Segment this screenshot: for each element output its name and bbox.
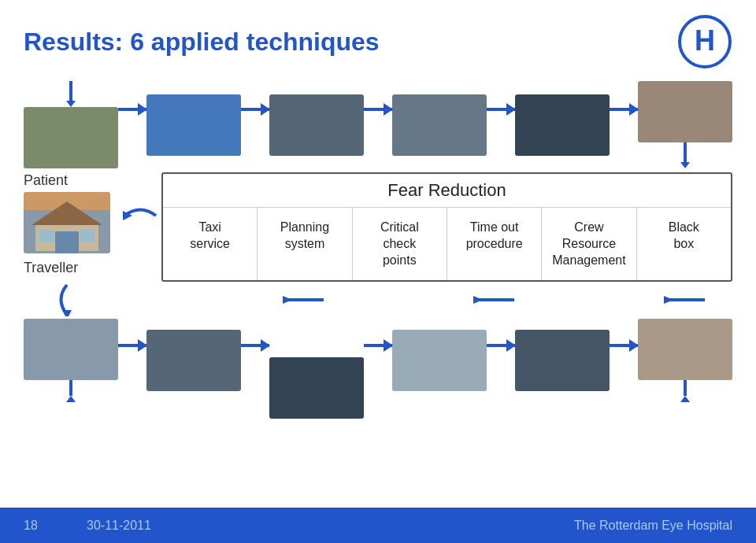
footer-organization: The Rotterdam Eye Hospital (574, 519, 732, 533)
back-arrow (120, 200, 160, 231)
arrow-left-1 (280, 292, 328, 308)
patient-label: Patient (24, 172, 68, 189)
technique-critical: Critical check points (353, 208, 447, 280)
svg-marker-3 (32, 201, 102, 225)
techniques-row: Taxi service Planning system Critical ch… (163, 208, 731, 280)
bottom-image-interior (146, 330, 241, 391)
footer-date: 30-11-2011 (87, 519, 151, 533)
hospital-logo: H (677, 14, 732, 69)
page-title: Results: 6 applied techniques (24, 28, 380, 57)
patient-house (24, 192, 110, 253)
svg-marker-8 (62, 310, 72, 316)
technique-crew: Crew Resource Management (542, 208, 636, 280)
arrow-left-3 (662, 292, 709, 308)
top-image-strip (0, 81, 756, 168)
technique-timeout: Time out procedure (447, 208, 542, 280)
svg-rect-4 (55, 231, 79, 253)
svg-marker-10 (283, 296, 292, 304)
bottom-image-engine (515, 330, 610, 391)
top-image-family (638, 81, 732, 142)
bottom-image-cockpit (269, 357, 364, 419)
arrow-left-2 (471, 292, 518, 308)
bottom-image-airport (24, 319, 118, 380)
bottom-image-strip (0, 319, 756, 402)
header: Results: 6 applied techniques H (0, 0, 756, 77)
top-image-lab (269, 94, 364, 156)
technique-taxi: Taxi service (163, 208, 258, 280)
footer: 18 30-11-2011 The Rotterdam Eye Hospital (0, 508, 756, 543)
traveller-down-arrow (51, 283, 91, 316)
svg-marker-14 (664, 296, 673, 304)
technique-blackbox: Black box (637, 208, 731, 280)
traveller-label: Traveller (24, 260, 78, 276)
top-image-building (24, 107, 118, 168)
footer-page-number: 18 (24, 519, 87, 533)
fear-reduction-title: Fear Reduction (163, 174, 731, 208)
svg-rect-5 (39, 230, 54, 242)
bottom-image-people (638, 319, 732, 380)
bottom-image-aircraft (392, 330, 487, 391)
top-image-screen (515, 94, 610, 156)
top-image-blue (146, 94, 241, 156)
technique-planning: Planning system (258, 208, 352, 280)
svg-marker-12 (473, 296, 483, 304)
svg-rect-6 (80, 230, 94, 242)
fear-reduction-box: Fear Reduction Taxi service Planning sys… (161, 172, 732, 282)
top-image-surgery (392, 94, 487, 156)
svg-text:H: H (695, 24, 715, 57)
